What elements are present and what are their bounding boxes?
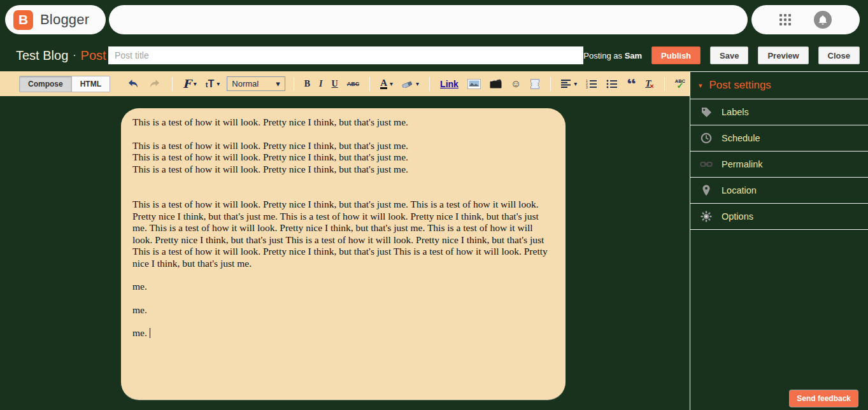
editor-paragraph: me. xyxy=(132,327,554,339)
blog-name[interactable]: Test Blog xyxy=(16,48,68,63)
blogger-logo[interactable]: B Blogger xyxy=(5,5,106,34)
compose-tab[interactable]: Compose xyxy=(19,76,72,92)
editor-canvas: This is a test of how it will look. Pret… xyxy=(0,96,690,410)
editor-paragraph: me. xyxy=(132,281,554,293)
editor-paragraph: This is a test of how it will look. Pret… xyxy=(132,117,554,129)
underline-button[interactable]: U xyxy=(329,78,341,90)
sidebar-item-labels[interactable]: Labels xyxy=(690,99,868,125)
editor-paragraph: me. xyxy=(132,304,554,316)
toolbar-separator xyxy=(294,77,294,91)
preview-button[interactable]: Preview xyxy=(758,46,808,64)
search-input[interactable] xyxy=(109,5,748,34)
editor-line: This is a test of how it will look. Pret… xyxy=(132,152,554,164)
sidebar-item-location[interactable]: Location xyxy=(690,178,868,204)
editor-line-block: This is a test of how it will look. Pret… xyxy=(132,140,554,176)
page-break-icon xyxy=(530,79,540,89)
send-feedback-button[interactable]: Send feedback xyxy=(790,390,858,407)
ordered-list-icon: 1 2 3 xyxy=(586,80,597,88)
blogger-logo-text: Blogger xyxy=(40,11,89,28)
search-bar[interactable] xyxy=(109,5,748,34)
apps-grid-icon[interactable] xyxy=(779,14,791,25)
html-tab[interactable]: HTML xyxy=(72,76,110,92)
header-actions xyxy=(751,5,860,34)
font-family-button[interactable]: F ▾ xyxy=(180,76,200,92)
bullet-list-button[interactable] xyxy=(603,78,621,90)
toolbar-separator xyxy=(369,77,370,91)
blockquote-button[interactable]: “ xyxy=(623,79,639,89)
collapse-triangle-icon: ▾ xyxy=(699,81,702,90)
clapperboard-icon xyxy=(490,79,502,88)
insert-jump-break-button[interactable] xyxy=(527,78,543,90)
sidebar-item-schedule[interactable]: Schedule xyxy=(690,125,868,152)
sidebar-item-label: Schedule xyxy=(722,133,760,143)
close-button[interactable]: Close xyxy=(818,46,860,64)
align-left-icon xyxy=(561,80,571,88)
notifications-bell-icon[interactable] xyxy=(814,11,832,29)
insert-link-button[interactable]: Link xyxy=(437,78,462,90)
font-size-button[interactable]: tT ▾ xyxy=(203,77,223,91)
remove-formatting-button[interactable]: T × xyxy=(642,77,657,91)
bold-button[interactable]: B xyxy=(301,78,313,90)
editor-line: This is a test of how it will look. Pret… xyxy=(132,140,554,152)
posting-as-text: Posting as Sam xyxy=(583,51,642,60)
editor-toolbar: Compose HTML F ▾ tT ▾ Normal ▾ B xyxy=(0,71,690,96)
red-x-icon: × xyxy=(650,82,653,90)
sidebar-item-options[interactable]: Options xyxy=(690,204,868,230)
editor-column: Compose HTML F ▾ tT ▾ Normal ▾ B xyxy=(0,71,690,410)
svg-text:3: 3 xyxy=(586,85,588,88)
chevron-down-icon: ▾ xyxy=(390,80,393,87)
insert-image-button[interactable] xyxy=(464,78,484,90)
eraser-icon xyxy=(402,80,413,88)
editor-paragraph: This is a test of how it will look. Pret… xyxy=(132,199,554,269)
unordered-list-icon xyxy=(606,80,618,88)
post-settings-sidebar: ▾ Post settings Labels Schedule xyxy=(690,71,868,410)
image-icon xyxy=(467,79,481,89)
tag-icon xyxy=(700,106,713,118)
post-body-editor[interactable]: This is a test of how it will look. Pret… xyxy=(121,108,566,400)
blogger-b-icon: B xyxy=(13,10,33,30)
sidebar-item-label: Options xyxy=(722,211,753,222)
insert-emoji-button[interactable]: ☺ xyxy=(508,77,524,91)
green-check-icon: ✓ xyxy=(676,83,683,88)
sidebar-item-label: Location xyxy=(722,185,757,195)
undo-button[interactable] xyxy=(124,78,143,90)
italic-button[interactable]: I xyxy=(316,78,325,90)
save-button[interactable]: Save xyxy=(710,46,748,64)
sidebar-item-label: Labels xyxy=(722,107,749,117)
highlight-color-button[interactable]: ▾ xyxy=(399,78,422,89)
post-title-input[interactable] xyxy=(108,46,583,64)
top-header: B Blogger xyxy=(0,0,868,39)
chevron-down-icon: ▾ xyxy=(276,79,280,88)
chevron-down-icon: ▾ xyxy=(194,80,197,87)
insert-video-button[interactable] xyxy=(487,78,505,90)
editor-line: This is a test of how it will look. Pret… xyxy=(132,164,554,176)
post-settings-header[interactable]: ▾ Post settings xyxy=(690,72,868,99)
sidebar-item-label: Permalink xyxy=(722,159,762,169)
publish-button[interactable]: Publish xyxy=(651,46,701,64)
chevron-down-icon: ▾ xyxy=(217,80,220,87)
text-cursor xyxy=(150,328,151,338)
text-color-button[interactable]: A ▾ xyxy=(377,77,396,90)
breadcrumb-separator: · xyxy=(73,50,76,61)
smiley-icon: ☺ xyxy=(511,78,521,90)
paragraph-format-select[interactable]: Normal ▾ xyxy=(227,76,285,91)
gear-icon xyxy=(700,211,713,222)
link-icon xyxy=(700,161,713,167)
posting-as-name: Sam xyxy=(625,51,642,60)
numbered-list-button[interactable]: 1 2 3 xyxy=(583,78,601,90)
chevron-down-icon: ▾ xyxy=(416,80,419,87)
clock-icon xyxy=(700,132,713,144)
toolbar-separator xyxy=(172,77,173,91)
toolbar-separator xyxy=(550,77,551,91)
spellcheck-button[interactable]: ABC ✓ xyxy=(672,78,688,90)
chevron-down-icon: ▾ xyxy=(574,80,577,87)
sidebar-item-permalink[interactable]: Permalink xyxy=(690,152,868,178)
main-area: Compose HTML F ▾ tT ▾ Normal ▾ B xyxy=(0,71,868,410)
redo-button[interactable] xyxy=(145,78,164,90)
toolbar-separator xyxy=(429,77,430,91)
post-actions: Posting as Sam Publish Save Preview Clos… xyxy=(583,39,860,71)
strikethrough-button[interactable]: ABC xyxy=(344,80,363,88)
alignment-button[interactable]: ▾ xyxy=(558,78,580,89)
pin-icon xyxy=(700,185,713,196)
toolbar-separator xyxy=(664,77,665,91)
